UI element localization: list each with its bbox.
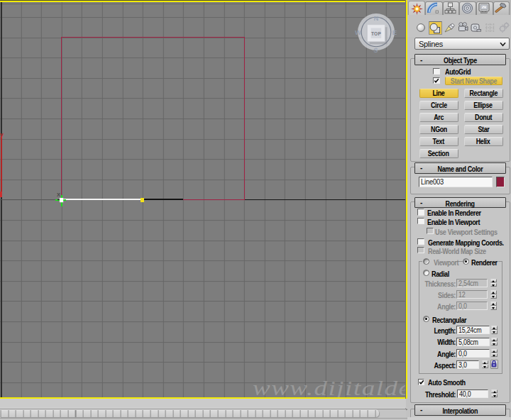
svg-text:E: E xyxy=(392,28,397,36)
svg-text:S: S xyxy=(373,46,378,53)
svg-text:W: W xyxy=(355,28,361,36)
svg-text:TOP: TOP xyxy=(371,31,382,36)
svg-text:N: N xyxy=(374,14,379,22)
